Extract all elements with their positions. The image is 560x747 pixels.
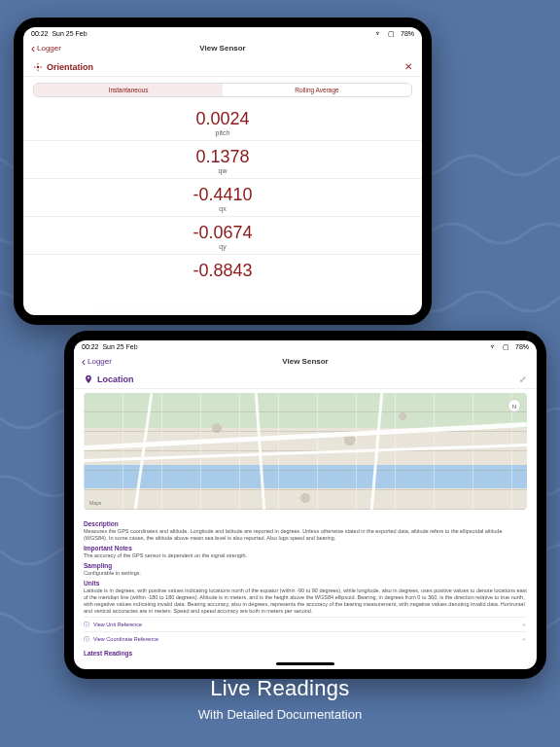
notes-text: The accuracy of the GPS sensor is depend…	[84, 552, 527, 559]
battery-icon: ▢	[503, 343, 509, 350]
info-icon: ⓘ	[84, 622, 89, 628]
ref-label: View Unit Reference	[93, 622, 142, 628]
wifi-icon: ᯤ	[490, 343, 497, 350]
desc-heading: Description	[84, 520, 527, 528]
latest-heading: Latest Readings	[84, 650, 527, 658]
reading-label: qy	[23, 243, 422, 250]
map-view[interactable]: N Maps	[84, 393, 527, 510]
home-indicator	[276, 662, 334, 665]
segmented-control[interactable]: Instantaneous Rolling Average	[33, 83, 412, 97]
nav-title: View Sensor	[282, 357, 328, 366]
reading-value: -0.4410	[23, 185, 422, 205]
units-text: Latitude is in degrees, with positive va…	[84, 587, 527, 615]
reading-row: -0.4410 qx	[23, 179, 422, 217]
sampling-text: Configurable in settings.	[84, 570, 527, 577]
expand-icon[interactable]: ⤢	[519, 374, 527, 384]
battery-icon: ▢	[388, 30, 395, 37]
sensor-name: Orientation	[47, 62, 93, 72]
unit-reference-link[interactable]: ⓘ View Unit Reference ＋	[84, 617, 527, 632]
reading-row: 0.1378 qw	[23, 141, 422, 179]
tablet-orientation: 00:22 Sun 25 Feb ᯤ ▢ 78% Logger View Sen…	[14, 18, 432, 325]
back-button[interactable]: Logger	[82, 355, 112, 369]
battery-percent: 78%	[515, 343, 529, 350]
documentation: Description Measures the GPS coordinates…	[74, 514, 537, 658]
sensor-header: Location ⤢	[74, 371, 537, 389]
coordinate-reference-link[interactable]: ⓘ View Coordinate Reference ＋	[84, 631, 527, 647]
map-attribution: Maps	[89, 500, 101, 506]
reading-row: -0.0674 qy	[23, 217, 422, 255]
status-bar: 00:22 Sun 25 Feb ᯤ ▢ 78%	[74, 340, 537, 354]
desc-text: Measures the GPS coordinates and altitud…	[84, 528, 527, 542]
sampling-heading: Sampling	[84, 562, 527, 570]
reading-label: qx	[23, 205, 422, 212]
back-button[interactable]: Logger	[31, 42, 61, 55]
chevron-right-icon: ＋	[521, 622, 527, 628]
svg-point-0	[37, 65, 40, 68]
caption-title: Live Readings	[0, 676, 560, 701]
info-icon: ⓘ	[84, 636, 89, 643]
navbar: Logger View Sensor	[74, 354, 537, 371]
reading-value: 0.1378	[23, 147, 422, 167]
seg-rolling[interactable]: Rolling Average	[223, 84, 411, 96]
marketing-caption: Live Readings With Detailed Documentatio…	[0, 676, 560, 722]
reading-label: qw	[23, 167, 422, 174]
reading-value: 0.0024	[23, 109, 422, 129]
status-time: 00:22	[82, 343, 99, 350]
reading-value: -0.8843	[23, 261, 422, 281]
ref-label: View Coordinate Reference	[93, 636, 158, 643]
nav-title: View Sensor	[199, 44, 245, 53]
battery-percent: 78%	[401, 30, 414, 37]
caption-subtitle: With Detailed Documentation	[0, 707, 560, 722]
status-date: Sun 25 Feb	[52, 30, 87, 37]
compass-icon[interactable]: N	[508, 399, 521, 412]
reading-row: -0.8843	[23, 255, 422, 285]
reading-value: -0.0674	[23, 223, 422, 243]
close-icon[interactable]: ✕	[404, 61, 412, 72]
location-pin-icon	[84, 374, 93, 384]
wifi-icon: ᯤ	[375, 30, 382, 37]
reading-label: pitch	[23, 129, 422, 136]
status-bar: 00:22 Sun 25 Feb ᯤ ▢ 78%	[23, 27, 422, 41]
navbar: Logger View Sensor	[23, 41, 422, 57]
sensor-header: Orientation ✕	[23, 57, 422, 77]
status-date: Sun 25 Feb	[102, 343, 137, 350]
reading-row: 0.0024 pitch	[23, 103, 422, 141]
tablet-location: 00:22 Sun 25 Feb ᯤ ▢ 78% Logger View Sen…	[64, 331, 546, 679]
notes-heading: Important Notes	[84, 545, 527, 552]
seg-instant[interactable]: Instantaneous	[34, 84, 223, 96]
sensor-name: Location	[97, 374, 134, 384]
chevron-right-icon: ＋	[521, 636, 527, 643]
readings-list: 0.0024 pitch 0.1378 qw -0.4410 qx -0.067…	[23, 103, 422, 315]
units-heading: Units	[84, 580, 527, 587]
orientation-icon	[33, 62, 43, 72]
status-time: 00:22	[31, 30, 49, 37]
